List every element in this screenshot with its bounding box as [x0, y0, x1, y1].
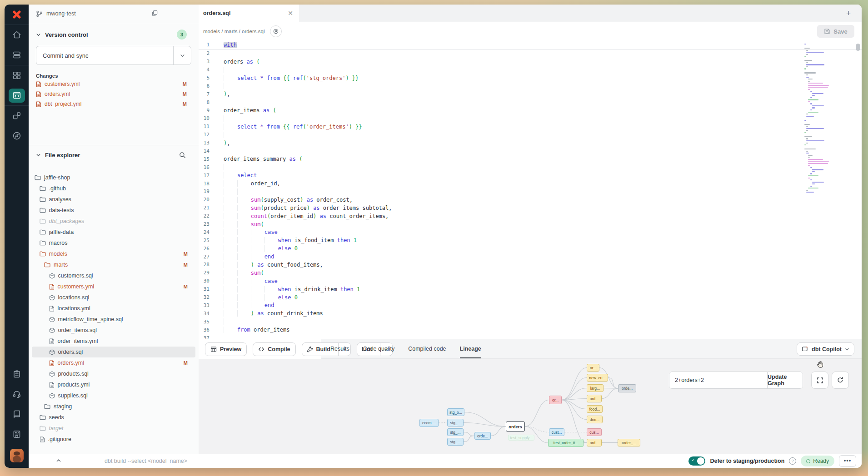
breadcrumb[interactable]: models / marts / orders.sql	[203, 29, 264, 34]
code-line-15[interactable]: 15order_items_summary as (	[199, 155, 862, 163]
code-line-3[interactable]: 3orders as (	[199, 58, 862, 66]
lineage-node-y_larg[interactable]: larg...	[587, 384, 604, 392]
explore-compass-icon[interactable]	[5, 126, 29, 146]
code-line-23[interactable]: 23 sum(	[199, 220, 862, 228]
new-tab-button[interactable]: +	[843, 8, 853, 18]
minimap[interactable]	[804, 44, 842, 196]
lineage-node-stg_3[interactable]: stg_...	[447, 438, 464, 446]
code-line-30[interactable]: 30 case	[199, 277, 862, 285]
tab-results[interactable]: Results	[330, 339, 349, 358]
lineage-selector-input[interactable]	[669, 372, 767, 388]
changed-file-row[interactable]: orders.yml M	[36, 89, 191, 99]
lineage-node-cust[interactable]: cust...	[549, 428, 564, 436]
save-button[interactable]: Save	[817, 25, 854, 38]
tree-item-jaffle-data[interactable]: jaffle-data	[32, 227, 195, 238]
tree-item-supplies-sql[interactable]: supplies.sql	[32, 390, 195, 401]
lineage-node-stg_o[interactable]: stg_o...	[447, 408, 464, 416]
lineage-node-orders[interactable]: orders	[506, 421, 525, 431]
changed-file-row[interactable]: customers.yml M	[36, 79, 191, 89]
code-line-7[interactable]: 7),	[199, 90, 862, 98]
branch-name[interactable]: mwong-test	[46, 10, 76, 17]
tab-lineage[interactable]: Lineage	[460, 339, 481, 358]
lineage-node-cus_pink[interactable]: cus...	[587, 428, 602, 436]
tree-item-locations-sql[interactable]: locations.sql	[32, 292, 195, 303]
preview-button[interactable]: Preview	[205, 342, 247, 356]
lineage-node-y_ord2[interactable]: ord...	[587, 439, 602, 446]
tree-item-dbt-packages[interactable]: dbt_packages	[32, 216, 195, 227]
orchestration-icon[interactable]	[5, 106, 29, 126]
code-line-1[interactable]: 1with	[199, 41, 862, 50]
tree-item-macros[interactable]: macros	[32, 238, 195, 248]
tree-item-models[interactable]: modelsM	[32, 248, 195, 259]
code-line-9[interactable]: 9order_items as (	[199, 106, 862, 114]
code-line-6[interactable]: 6	[199, 82, 862, 90]
fullscreen-button[interactable]	[811, 372, 828, 389]
tree-item-jaffle-shop[interactable]: jaffle-shop	[32, 172, 195, 183]
copy-branch-icon[interactable]	[151, 10, 158, 18]
tree-item-orders-sql[interactable]: orders.sql	[32, 347, 195, 357]
lineage-node-y_ord[interactable]: ord...	[587, 395, 602, 402]
grid-icon[interactable]	[5, 65, 29, 85]
code-line-35[interactable]: 35	[199, 317, 862, 326]
tab-compiled-code[interactable]: Compiled code	[408, 339, 446, 358]
lineage-node-order_y2[interactable]: order_...	[618, 439, 640, 446]
lineage-node-stg_2[interactable]: stg_...	[447, 428, 464, 436]
tree-item-marts[interactable]: martsM	[32, 259, 195, 270]
code-line-5[interactable]: 5 select * from {{ ref('stg_orders') }}	[199, 74, 862, 82]
search-icon[interactable]	[179, 152, 186, 160]
code-line-10[interactable]: 10	[199, 114, 862, 123]
docs-book-icon[interactable]	[5, 404, 29, 424]
chevron-down-icon[interactable]	[36, 32, 41, 37]
tree-item-order-items-sql[interactable]: order_items.sql	[32, 325, 195, 336]
home-icon[interactable]	[5, 25, 29, 45]
refresh-button[interactable]	[832, 372, 849, 389]
expand-command-bar-icon[interactable]	[56, 458, 61, 465]
help-icon[interactable]: ?	[789, 457, 796, 465]
changed-file-row[interactable]: dbt_project.yml M	[36, 99, 191, 109]
organization-icon[interactable]	[5, 424, 29, 444]
code-line-17[interactable]: 17 select	[199, 171, 862, 179]
code-line-36[interactable]: 36 from order_items	[199, 326, 862, 334]
code-line-11[interactable]: 11 select * from {{ ref('order_items') }…	[199, 123, 862, 131]
tab-orders-sql[interactable]: orders.sql ✕	[199, 5, 300, 22]
code-line-34[interactable]: 34 ) as count_drink_items	[199, 309, 862, 317]
update-graph-button[interactable]: Update Graph	[767, 372, 803, 388]
lineage-node-ecom[interactable]: ecom....	[419, 419, 439, 427]
code-line-33[interactable]: 33 end	[199, 302, 862, 310]
code-line-2[interactable]: 2	[199, 50, 862, 58]
lineage-node-stg_1[interactable]: stg_...	[447, 419, 464, 426]
code-line-8[interactable]: 8	[199, 98, 862, 106]
lineage-node-test_supply[interactable]: test_supply...	[508, 435, 534, 441]
code-line-28[interactable]: 28 ) as count_food_items,	[199, 261, 862, 269]
tree-item-staging[interactable]: staging	[32, 401, 195, 412]
tree-item-metricflow-time-spine-sql[interactable]: metricflow_time_spine.sql	[32, 314, 195, 325]
code-line-20[interactable]: 20 sum(supply_cost) as order_cost,	[199, 196, 862, 204]
code-line-22[interactable]: 22 count(order_item_id) as count_order_i…	[199, 212, 862, 220]
code-line-29[interactable]: 29 sum(	[199, 269, 862, 277]
code-line-25[interactable]: 25 when is_food_item then 1	[199, 236, 862, 244]
code-line-21[interactable]: 21 sum(product_price) as order_items_sub…	[199, 204, 862, 212]
lineage-node-y_or[interactable]: or...	[587, 364, 599, 372]
user-avatar[interactable]	[10, 449, 24, 462]
code-line-26[interactable]: 26 else 0	[199, 244, 862, 253]
command-input-placeholder[interactable]: dbt build --select <model_name>	[105, 458, 187, 464]
code-line-16[interactable]: 16	[199, 163, 862, 171]
code-line-12[interactable]: 12	[199, 131, 862, 139]
code-line-13[interactable]: 13),	[199, 139, 862, 147]
code-line-32[interactable]: 32 else 0	[199, 293, 862, 302]
tree-item-customers-yml[interactable]: customers.ymlM	[32, 281, 195, 292]
code-line-4[interactable]: 4	[199, 66, 862, 74]
code-line-24[interactable]: 24 case	[199, 228, 862, 236]
open-in-explorer-icon[interactable]	[270, 25, 282, 37]
code-line-14[interactable]: 14	[199, 147, 862, 155]
defer-toggle[interactable]	[688, 456, 705, 466]
code-line-27[interactable]: 27 end	[199, 253, 862, 261]
lineage-node-test_order_it[interactable]: test_order_it...	[548, 439, 584, 447]
tree-item-data-tests[interactable]: data-tests	[32, 205, 195, 216]
compile-button[interactable]: Compile	[253, 342, 295, 356]
lineage-node-or_pink[interactable]: or...	[549, 396, 562, 404]
lineage-node-y_food[interactable]: food...	[587, 405, 603, 413]
code-editor[interactable]: 1with23orders as (4 5 select * from {{ r…	[199, 40, 862, 339]
tree-item-orders-yml[interactable]: orders.ymlM	[32, 357, 195, 368]
editor-scrollbar[interactable]	[856, 44, 860, 51]
